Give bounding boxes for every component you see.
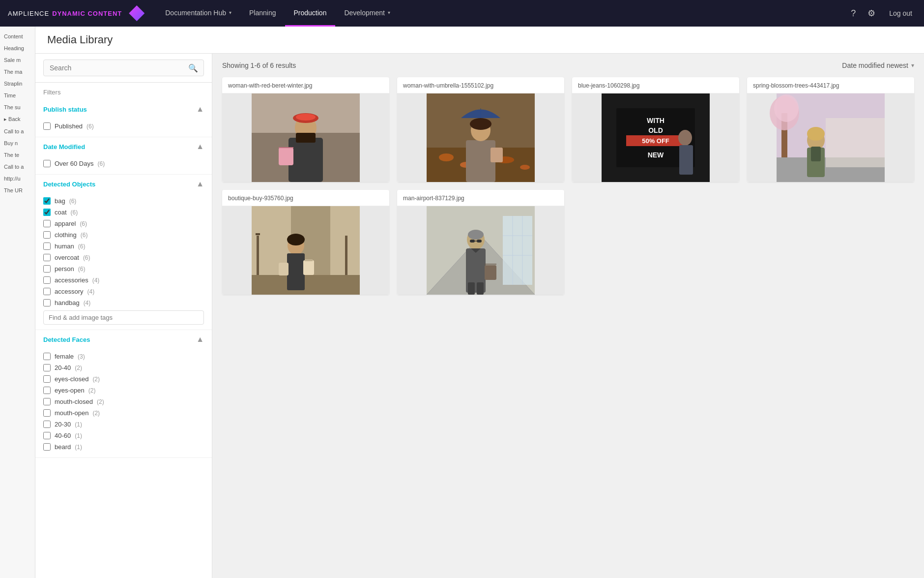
brand-dynamic: DYNAMIC CONTENT <box>52 10 122 17</box>
logout-button[interactable]: Log out <box>885 7 916 19</box>
coat-checkbox[interactable] <box>43 209 51 216</box>
nav-development[interactable]: Development ▾ <box>335 0 399 27</box>
human-checkbox[interactable] <box>43 243 51 250</box>
filter-section-detected-faces: Detected Faces ▲ female (3) 20-40 (2) <box>35 330 212 458</box>
filter-sidebar: 🔍 Filters Publish status ▲ Published (6) <box>35 54 212 578</box>
media-card-3-title: blue-jeans-1060298.jpg <box>572 77 739 93</box>
human-count: (6) <box>78 243 86 250</box>
apparel-checkbox[interactable] <box>43 220 51 227</box>
filter-item-20-30: 20-30 (1) <box>43 419 204 430</box>
media-card-4[interactable]: spring-blossom-trees-443417.jpg <box>747 77 914 182</box>
published-checkbox[interactable] <box>43 122 51 130</box>
eyes-open-checkbox[interactable] <box>43 387 51 394</box>
media-card-6-title: man-airport-837129.jpg <box>397 190 564 206</box>
svg-rect-41 <box>252 275 360 295</box>
mouth-open-checkbox[interactable] <box>43 409 51 417</box>
media-card-2-image <box>397 93 564 182</box>
media-card-1-title: woman-with-red-beret-winter.jpg <box>222 77 389 93</box>
media-card-5[interactable]: boutique-buy-935760.jpg <box>222 190 389 295</box>
media-card-1[interactable]: woman-with-red-beret-winter.jpg <box>222 77 389 182</box>
media-card-1-image <box>222 93 389 182</box>
svg-rect-37 <box>811 147 821 161</box>
accessories-checkbox[interactable] <box>43 276 51 284</box>
media-card-5-title: boutique-buy-935760.jpg <box>222 190 389 206</box>
sidebar-buy-n: Buy n <box>0 137 35 149</box>
detected-objects-header[interactable]: Detected Objects ▲ <box>35 175 212 193</box>
person-label: person <box>55 265 74 273</box>
published-label: Published <box>55 122 83 130</box>
eyes-closed-checkbox[interactable] <box>43 375 51 383</box>
filter-item-published: Published (6) <box>43 121 204 132</box>
filter-item-40-60: 40-60 (1) <box>43 430 204 441</box>
mouth-closed-label: mouth-closed <box>55 398 93 405</box>
svg-rect-28 <box>679 145 693 175</box>
results-bar: Showing 1-6 of 6 results Date modified n… <box>222 61 914 69</box>
sidebar-time: Time <box>0 90 35 101</box>
overcoat-checkbox[interactable] <box>43 254 51 261</box>
20-30-checkbox[interactable] <box>43 421 51 428</box>
accessory-label: accessory <box>55 288 84 295</box>
breadcrumb-content: Content <box>0 30 35 42</box>
media-card-3-image: WITH OLD 50% OFF NEW <box>572 93 739 182</box>
help-button[interactable]: ? <box>849 6 858 21</box>
sidebar-call-to-a: Call to a <box>0 125 35 137</box>
media-card-2-title: woman-with-umbrella-1555102.jpg <box>397 77 564 93</box>
svg-rect-2 <box>289 138 323 182</box>
filter-item-overcoat: overcoat (6) <box>43 252 204 263</box>
detected-faces-header[interactable]: Detected Faces ▲ <box>35 330 212 349</box>
svg-rect-68 <box>477 240 482 243</box>
published-count: (6) <box>87 123 94 130</box>
media-card-6[interactable]: man-airport-837129.jpg <box>397 190 564 295</box>
brand-diamond-icon <box>129 5 144 21</box>
svg-point-11 <box>439 153 454 161</box>
beard-checkbox[interactable] <box>43 443 51 451</box>
handbag-checkbox[interactable] <box>43 299 51 306</box>
sidebar-url: http://u <box>0 173 35 184</box>
filter-item-female: female (3) <box>43 351 204 362</box>
clothing-checkbox[interactable] <box>43 231 51 239</box>
brand-amplience: AMPLIENCE <box>8 10 49 17</box>
sidebar-the-ma: The ma <box>0 66 35 78</box>
mouth-closed-checkbox[interactable] <box>43 398 51 405</box>
svg-point-5 <box>296 114 316 121</box>
media-card-3[interactable]: blue-jeans-1060298.jpg WITH OLD <box>572 77 739 182</box>
20-30-count: (1) <box>75 421 82 428</box>
date-modified-header[interactable]: Date Modified ▲ <box>35 137 212 156</box>
search-bar: 🔍 <box>35 54 212 83</box>
sidebar-expand[interactable]: ▸ Back <box>0 113 35 125</box>
nav-documentation-hub[interactable]: Documentation Hub ▾ <box>156 0 240 27</box>
settings-button[interactable]: ⚙ <box>866 6 877 21</box>
publish-status-header[interactable]: Publish status ▲ <box>35 100 212 119</box>
filter-item-clothing: clothing (6) <box>43 229 204 241</box>
filter-item-eyes-open: eyes-open (2) <box>43 385 204 396</box>
nav-production[interactable]: Production <box>285 0 336 27</box>
detected-objects-title: Detected Objects <box>43 181 95 188</box>
nav-planning[interactable]: Planning <box>240 0 285 27</box>
beard-label: beard <box>55 443 71 451</box>
bag-label: bag <box>55 197 65 205</box>
media-grid: woman-with-red-beret-winter.jpg <box>222 77 914 295</box>
main-panel: Media Library 🔍 Filters Publish status ▲ <box>35 27 924 578</box>
bag-checkbox[interactable] <box>43 197 51 205</box>
search-input[interactable] <box>43 60 204 76</box>
media-card-2[interactable]: woman-with-umbrella-1555102.jpg <box>397 77 564 182</box>
sidebar-the-te: The te <box>0 149 35 161</box>
svg-rect-19 <box>491 148 503 162</box>
over-60-checkbox[interactable] <box>43 160 51 167</box>
20-40-checkbox[interactable] <box>43 364 51 371</box>
female-checkbox[interactable] <box>43 353 51 360</box>
sort-label: Date modified newest <box>842 61 908 69</box>
tag-input[interactable] <box>43 310 204 325</box>
40-60-count: (1) <box>75 432 82 439</box>
40-60-checkbox[interactable] <box>43 432 51 439</box>
page-title: Media Library <box>47 33 912 46</box>
svg-rect-45 <box>305 259 313 261</box>
sort-control[interactable]: Date modified newest ▾ <box>842 61 914 69</box>
sidebar-the-su: The su <box>0 101 35 113</box>
person-checkbox[interactable] <box>43 265 51 273</box>
accessory-checkbox[interactable] <box>43 288 51 295</box>
left-sidebar: Content Heading Sale m The ma Straplin T… <box>0 27 35 578</box>
accessories-label: accessories <box>55 276 88 284</box>
20-40-count: (2) <box>75 365 82 371</box>
over-60-label: Over 60 Days <box>55 160 93 167</box>
